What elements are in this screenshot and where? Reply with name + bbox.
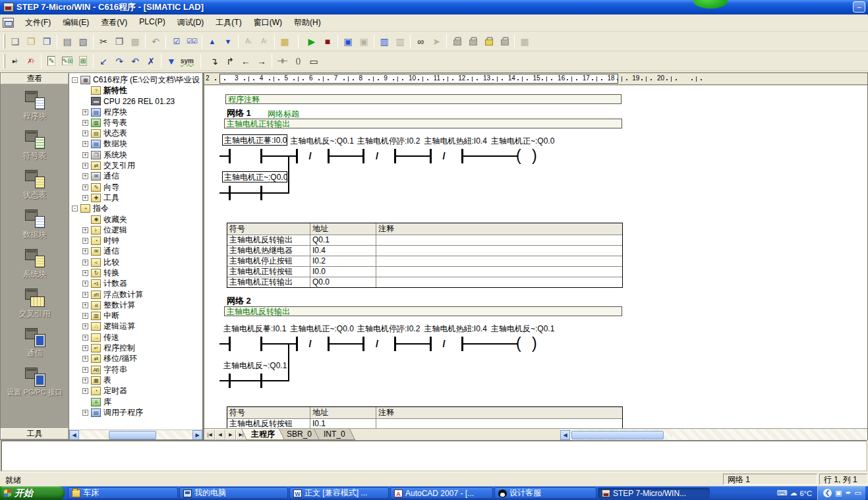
tree-item-26[interactable]: +⇄移位/循环: [69, 354, 202, 364]
ladder-cell-label[interactable]: 主轴电机热紐:I0.4: [424, 136, 487, 147]
rollback-icon[interactable]: ❮: [823, 489, 832, 497]
taskbar-button-AutoCAD 2007 - [...[interactable]: AAutoCAD 2007 - [...: [390, 487, 493, 499]
symbol-table-cell[interactable]: 主轴电机正转按钮: [227, 267, 310, 277]
tree-item-12[interactable]: -+指令: [69, 204, 202, 214]
run-button[interactable]: ▶: [304, 34, 320, 49]
menu-item-4[interactable]: 调试(D): [171, 14, 210, 31]
mdi-child-icon[interactable]: [3, 18, 14, 28]
save-all-button[interactable]: ❐: [39, 34, 55, 49]
taskbar-button-STEP 7-Micro/WIN...[interactable]: STEP 7-Micro/WIN...: [598, 487, 710, 499]
force-lock-button[interactable]: [449, 34, 465, 49]
view-symbol-table-button[interactable]: ⊞: [75, 53, 91, 69]
tree-item-29[interactable]: +◔定时器: [69, 386, 202, 397]
line-left-button[interactable]: ←: [238, 53, 254, 69]
line-right-button[interactable]: →: [254, 53, 270, 69]
view-bar-header[interactable]: 查看: [1, 73, 69, 84]
contact[interactable]: [229, 374, 231, 388]
ladder-cell-label[interactable]: 主轴电机正~:Q0.0: [291, 323, 354, 335]
symbol-table-cell[interactable]: [376, 235, 622, 245]
tree-item-23[interactable]: +∴逻辑运算: [69, 321, 202, 332]
symbolic-addressing-button[interactable]: sym: [179, 53, 195, 69]
scrollbar-thumb[interactable]: [109, 431, 156, 439]
menu-item-5[interactable]: 工具(T): [210, 14, 247, 31]
start-button[interactable]: 开始: [0, 486, 65, 500]
sidebar-item-交叉引用[interactable]: 交叉引用: [1, 289, 69, 319]
minimize-button[interactable]: –: [853, 1, 865, 13]
symbol-table-cell[interactable]: I0.0: [310, 267, 376, 277]
force-button[interactable]: ➤: [428, 34, 444, 49]
tree-item-22[interactable]: +▥中断: [69, 311, 202, 321]
next-pou-button[interactable]: ▶: [225, 430, 236, 440]
tree-item-19[interactable]: ++1计数器: [69, 279, 202, 289]
menu-item-0[interactable]: 文件(F): [19, 14, 57, 31]
symbol-table-cell[interactable]: I0.1: [310, 419, 376, 428]
expand-icon[interactable]: +: [82, 248, 88, 254]
menu-item-6[interactable]: 窗口(W): [248, 14, 288, 31]
tree-item-1[interactable]: ?新特性: [69, 85, 202, 96]
contact[interactable]: [430, 149, 432, 163]
network-monitor-icon[interactable]: ▭: [855, 486, 861, 500]
ladder-cell-label[interactable]: 主轴电机热紐:I0.4: [424, 323, 487, 335]
tree-item-3[interactable]: +▤程序块: [69, 107, 202, 117]
tree-item-18[interactable]: +↻转换: [69, 267, 202, 278]
symbol-table-cell[interactable]: [376, 277, 622, 287]
network-comment-box[interactable]: 主轴电机反转输出: [224, 306, 622, 316]
unforce-button[interactable]: [465, 34, 480, 49]
coil[interactable]: ): [532, 335, 537, 351]
line-up-button[interactable]: ↱: [222, 53, 238, 69]
taskbar-button-车床[interactable]: 车床: [68, 487, 178, 499]
view-lad-button[interactable]: ✎⊞: [59, 53, 75, 69]
view-project-button[interactable]: ✎: [43, 53, 59, 69]
symbol-table-row[interactable]: 主轴电机正转按钮I0.0: [227, 266, 622, 277]
expand-icon[interactable]: +: [82, 173, 88, 179]
ladder-cell-label[interactable]: 主轴电机正謩:I0.0: [222, 134, 287, 146]
tree-item-4[interactable]: +▥符号表: [69, 117, 202, 128]
symbol-table-cell[interactable]: 主轴电机反转输出: [227, 235, 310, 245]
print-preview-button[interactable]: ▧: [75, 34, 91, 49]
toolbar-drag-handle[interactable]: [3, 34, 5, 49]
open-button[interactable]: ❒: [23, 34, 39, 49]
contact[interactable]: [362, 337, 364, 351]
collapse-icon[interactable]: -: [72, 77, 78, 83]
symbol-table-row[interactable]: 主轴电机反转按钮I0.1: [227, 418, 622, 428]
scroll-left-button[interactable]: ◀: [69, 430, 79, 440]
expand-icon[interactable]: +: [82, 323, 88, 329]
tree-item-8[interactable]: +⇄交叉引用: [69, 160, 202, 171]
contact[interactable]: [362, 149, 364, 163]
symbol-table-row[interactable]: 主轴电机热继电器I0.4: [227, 245, 622, 256]
coil-button[interactable]: ( ): [290, 53, 306, 69]
expand-icon[interactable]: +: [82, 163, 88, 169]
ladder-program-area[interactable]: 程序注释网络 1网络标题主轴电机正转输出主轴电机正謩:I0.0主轴电机反~:Q0…: [204, 86, 867, 428]
network-comment-box[interactable]: 主轴电机正转输出: [224, 119, 622, 128]
symbol-table-cell[interactable]: Q0.1: [310, 235, 376, 245]
weather-cloud-icon[interactable]: ☁: [790, 486, 797, 500]
tree-item-27[interactable]: +AB字符串: [69, 364, 202, 375]
expand-icon[interactable]: +: [82, 281, 88, 287]
tools-bar-header[interactable]: 工具: [1, 428, 69, 439]
symbol-table-cell[interactable]: I0.2: [310, 256, 376, 266]
expand-icon[interactable]: +: [82, 377, 88, 383]
chart-status-button[interactable]: ▥: [376, 34, 392, 49]
sort-ascending-button[interactable]: A↓: [241, 34, 256, 49]
tree-item-24[interactable]: +→传送: [69, 332, 202, 343]
scrollbar-thumb[interactable]: [571, 431, 664, 439]
tab-horizontal-scrollbar[interactable]: ◀: [560, 430, 672, 440]
tree-item-11[interactable]: +✚工具: [69, 192, 202, 203]
tree-item-15[interactable]: +◔时钟: [69, 235, 202, 246]
tree-item-30[interactable]: ≡库: [69, 397, 202, 407]
contact[interactable]: [430, 337, 432, 351]
tree-item-13[interactable]: ✱收藏夹: [69, 214, 202, 225]
tree-item-2[interactable]: ▬CPU 226 REL 01.23: [69, 96, 202, 107]
coil[interactable]: (: [516, 335, 521, 351]
ladder-cell-label[interactable]: 主轴电机停諪:I0.2: [357, 323, 420, 335]
sidebar-item-通信[interactable]: 通信: [1, 328, 69, 359]
sidebar-item-系统块[interactable]: 系统块: [1, 249, 69, 280]
expand-icon[interactable]: +: [82, 238, 88, 244]
symbol-table-row[interactable]: 主轴电机正转输出Q0.0: [227, 277, 622, 287]
coil[interactable]: (: [516, 148, 521, 163]
expand-icon[interactable]: +: [82, 260, 88, 265]
tree-horizontal-scrollbar[interactable]: ◀ ▶: [69, 430, 202, 439]
compile-button[interactable]: ☑: [168, 34, 184, 49]
symbol-info-table-button[interactable]: ▼: [163, 53, 179, 69]
tree-item-9[interactable]: +✉通信: [69, 171, 202, 182]
